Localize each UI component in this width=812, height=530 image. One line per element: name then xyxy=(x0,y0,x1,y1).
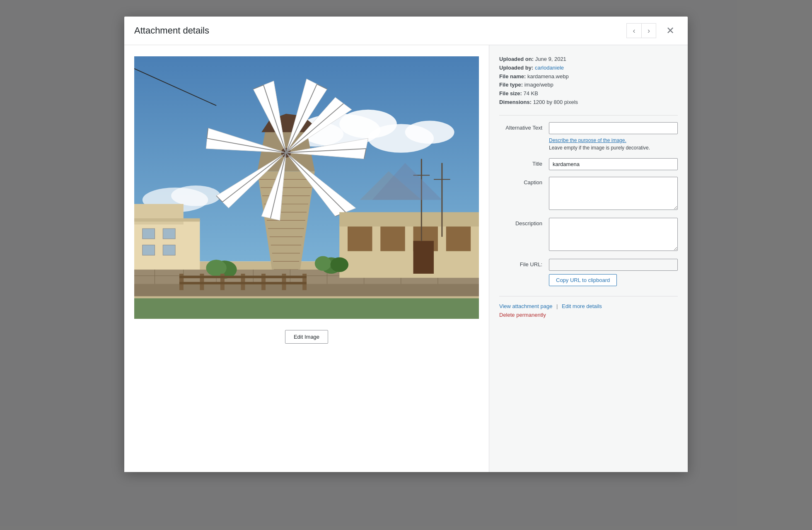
title-wrap xyxy=(549,158,678,170)
svg-rect-52 xyxy=(163,229,175,239)
next-button[interactable]: › xyxy=(641,23,656,38)
edit-more-details-link[interactable]: Edit more details xyxy=(562,303,602,309)
svg-point-6 xyxy=(405,121,454,144)
close-button[interactable]: ✕ xyxy=(663,23,678,38)
copy-url-button[interactable]: Copy URL to clipboard xyxy=(549,274,617,286)
svg-rect-53 xyxy=(143,245,155,255)
svg-rect-54 xyxy=(163,245,175,255)
footer-links: View attachment page | Edit more details… xyxy=(499,296,678,318)
svg-rect-51 xyxy=(143,229,155,239)
details-panel: Uploaded on: June 9, 2021 Uploaded by: c… xyxy=(489,45,688,472)
svg-point-8 xyxy=(171,186,220,206)
alt-text-help-text: Leave empty if the image is purely decor… xyxy=(549,145,650,151)
svg-rect-94 xyxy=(179,276,307,278)
alt-text-input[interactable] xyxy=(549,122,678,134)
modal-navigation: ‹ › xyxy=(626,23,656,38)
file-url-wrap: Copy URL to clipboard xyxy=(549,259,678,286)
alt-text-row: Alternative Text Describe the purpose of… xyxy=(499,122,678,152)
separator-1: | xyxy=(556,303,558,309)
caption-label: Caption xyxy=(499,177,549,186)
divider xyxy=(499,115,678,116)
caption-wrap xyxy=(549,177,678,211)
file-url-input[interactable] xyxy=(549,259,678,271)
view-attachment-link[interactable]: View attachment page xyxy=(499,303,552,309)
uploader-link[interactable]: carlodaniele xyxy=(535,65,564,71)
svg-rect-70 xyxy=(348,226,372,251)
modal-header: Attachment details ‹ › ✕ xyxy=(124,17,688,45)
svg-rect-95 xyxy=(179,282,307,284)
attachment-image xyxy=(134,55,479,320)
caption-row: Caption xyxy=(499,177,678,211)
title-row: Title xyxy=(499,158,678,170)
title-input[interactable] xyxy=(549,158,678,170)
delete-permanently-link[interactable]: Delete permanently xyxy=(499,312,678,318)
title-label: Title xyxy=(499,158,549,167)
modal-body: Edit Image Uploaded on: June 9, 2021 Upl… xyxy=(124,45,688,472)
file-name: File name: kardamena.webp xyxy=(499,72,678,81)
svg-rect-73 xyxy=(446,226,471,251)
modal-title: Attachment details xyxy=(134,25,626,36)
svg-point-76 xyxy=(315,256,331,271)
svg-rect-74 xyxy=(413,241,434,274)
alt-text-help: Describe the purpose of the image. Leave… xyxy=(549,137,678,152)
svg-rect-69 xyxy=(339,212,479,226)
file-size: File size: 74 KB xyxy=(499,89,678,98)
caption-textarea[interactable] xyxy=(549,177,678,210)
uploaded-by: Uploaded by: carlodaniele xyxy=(499,64,678,72)
file-type: File type: image/webp xyxy=(499,81,678,89)
prev-button[interactable]: ‹ xyxy=(626,23,641,38)
image-container xyxy=(134,55,479,320)
uploaded-on: Uploaded on: June 9, 2021 xyxy=(499,55,678,64)
description-row: Description xyxy=(499,218,678,252)
alt-text-help-link[interactable]: Describe the purpose of the image. xyxy=(549,137,626,143)
image-panel: Edit Image xyxy=(124,45,489,472)
alt-text-label: Alternative Text xyxy=(499,122,549,131)
file-info: Uploaded on: June 9, 2021 Uploaded by: c… xyxy=(499,55,678,107)
file-url-row: File URL: Copy URL to clipboard xyxy=(499,259,678,286)
description-wrap xyxy=(549,218,678,252)
edit-image-button[interactable]: Edit Image xyxy=(285,330,328,344)
file-url-label: File URL: xyxy=(499,259,549,267)
alt-text-wrap: Describe the purpose of the image. Leave… xyxy=(549,122,678,152)
svg-point-77 xyxy=(330,257,348,272)
description-label: Description xyxy=(499,218,549,226)
dimensions: Dimensions: 1200 by 800 pixels xyxy=(499,98,678,107)
svg-rect-80 xyxy=(134,298,479,319)
svg-rect-71 xyxy=(380,226,405,251)
svg-rect-55 xyxy=(134,218,200,222)
description-textarea[interactable] xyxy=(549,218,678,251)
